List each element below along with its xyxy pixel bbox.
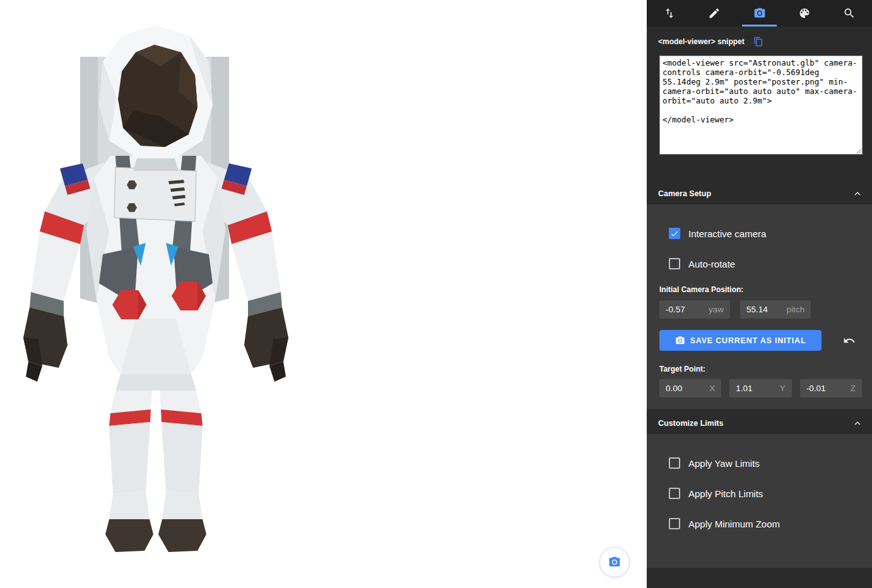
- target-y-field[interactable]: Y: [729, 379, 791, 397]
- snippet-header: <model-viewer> snippet: [647, 26, 872, 53]
- customize-limits-title: Customize Limits: [658, 419, 724, 428]
- apply-minimum-zoom-checkbox[interactable]: [669, 518, 680, 529]
- pencil-icon: [708, 7, 721, 20]
- pitch-input[interactable]: [746, 305, 782, 314]
- interactive-camera-label: Interactive camera: [688, 228, 766, 239]
- camera-setup-title: Camera Setup: [658, 189, 711, 198]
- customize-limits-collapse-button[interactable]: [852, 418, 863, 429]
- tab-inspector[interactable]: [827, 0, 872, 26]
- target-z-field[interactable]: Z: [800, 379, 862, 397]
- target-z-unit-label: Z: [847, 384, 856, 393]
- tab-camera[interactable]: [737, 0, 782, 26]
- apply-minimum-zoom-row[interactable]: Apply Minimum Zoom: [647, 509, 872, 539]
- save-current-as-initial-label: SAVE CURRENT AS INITIAL: [690, 336, 806, 345]
- astronaut-chest-panel: [114, 167, 196, 221]
- save-initial-row: SAVE CURRENT AS INITIAL: [647, 330, 872, 351]
- auto-rotate-label: Auto-rotate: [688, 259, 735, 269]
- apply-pitch-limits-checkbox[interactable]: [669, 488, 680, 499]
- snippet-title: <model-viewer> snippet: [658, 37, 745, 46]
- pitch-field[interactable]: pitch: [740, 300, 811, 319]
- apply-pitch-limits-label: Apply Pitch Limits: [688, 488, 763, 499]
- camera-icon: [675, 336, 685, 346]
- apply-yaw-limits-checkbox[interactable]: [669, 457, 680, 469]
- initial-camera-position-label: Initial Camera Position:: [647, 285, 872, 294]
- save-current-as-initial-button[interactable]: SAVE CURRENT AS INITIAL: [659, 330, 822, 351]
- palette-icon: [798, 7, 811, 20]
- copy-snippet-button[interactable]: [753, 37, 763, 47]
- search-icon: [843, 7, 856, 20]
- target-z-input[interactable]: [806, 384, 847, 393]
- panel-toolbar: [647, 0, 872, 26]
- editor-settings-panel: <model-viewer> snippet <model-viewer src…: [647, 0, 872, 588]
- target-x-input[interactable]: [666, 384, 705, 393]
- astronaut-legs: [105, 374, 206, 552]
- check-icon: [670, 229, 679, 238]
- camera-icon: [753, 7, 766, 20]
- yaw-input[interactable]: [666, 305, 705, 314]
- yaw-field[interactable]: yaw: [659, 300, 730, 319]
- chevron-up-icon: [852, 188, 863, 199]
- model-viewer-canvas[interactable]: [0, 0, 647, 588]
- chevron-up-icon: [852, 418, 863, 429]
- target-x-field[interactable]: X: [659, 379, 721, 397]
- apply-yaw-limits-label: Apply Yaw Limits: [688, 458, 760, 469]
- camera-icon: [608, 556, 621, 568]
- tab-file-import-export[interactable]: [647, 0, 692, 26]
- panel-filler: [647, 568, 872, 588]
- undo-icon: [843, 334, 856, 347]
- pitch-unit-label: pitch: [782, 305, 804, 314]
- tab-edit[interactable]: [692, 0, 736, 26]
- apply-minimum-zoom-label: Apply Minimum Zoom: [688, 519, 780, 529]
- camera-setup-collapse-button[interactable]: [852, 188, 863, 199]
- target-y-unit-label: Y: [776, 384, 786, 393]
- customize-limits-section: Apply Yaw Limits Apply Pitch Limits Appl…: [647, 434, 872, 568]
- camera-setup-header: Camera Setup: [647, 183, 872, 204]
- target-point-label: Target Point:: [647, 365, 872, 373]
- interactive-camera-row[interactable]: Interactive camera: [647, 218, 872, 249]
- model-viewer-editor: <model-viewer> snippet <model-viewer src…: [0, 0, 872, 588]
- target-point-inputs: X Y Z: [647, 379, 872, 397]
- auto-rotate-row[interactable]: Auto-rotate: [647, 249, 872, 279]
- apply-yaw-limits-row[interactable]: Apply Yaw Limits: [647, 448, 872, 478]
- initial-position-inputs: yaw pitch: [647, 300, 872, 319]
- yaw-unit-label: yaw: [705, 305, 724, 314]
- interactive-camera-checkbox[interactable]: [669, 228, 680, 239]
- screenshot-camera-button[interactable]: [599, 547, 630, 577]
- auto-rotate-checkbox[interactable]: [669, 258, 680, 269]
- swap-vert-icon: [663, 7, 676, 20]
- target-y-input[interactable]: [736, 384, 775, 393]
- target-x-unit-label: X: [705, 384, 715, 393]
- undo-camera-button[interactable]: [843, 334, 856, 347]
- tab-materials[interactable]: [782, 0, 827, 26]
- snippet-code-textarea[interactable]: <model-viewer src="Astronaut.glb" camera…: [659, 56, 863, 155]
- copy-icon: [753, 37, 763, 47]
- camera-setup-section: Interactive camera Auto-rotate Initial C…: [647, 204, 872, 409]
- astronaut-3d-model[interactable]: [9, 22, 300, 565]
- apply-pitch-limits-row[interactable]: Apply Pitch Limits: [647, 478, 872, 509]
- customize-limits-header: Customize Limits: [647, 413, 872, 434]
